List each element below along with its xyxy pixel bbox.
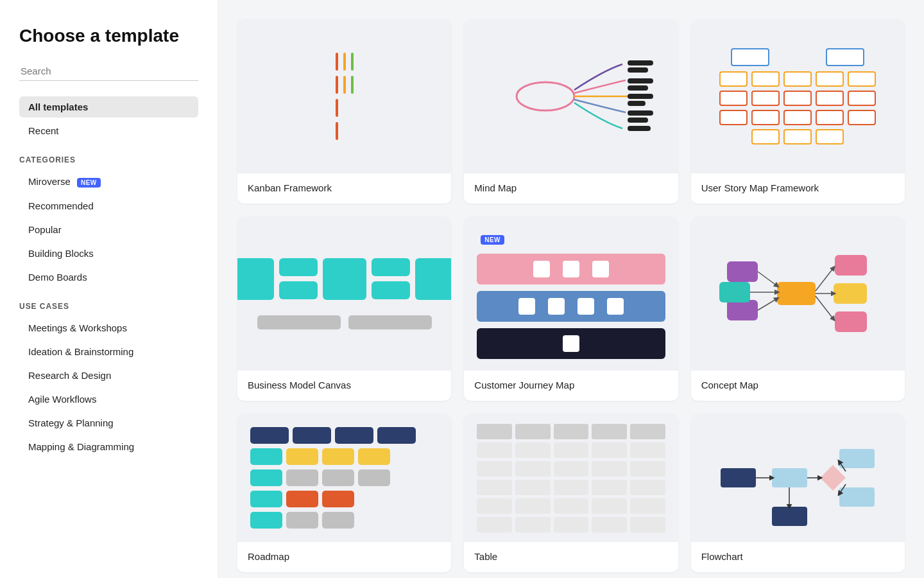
template-card-flowchart[interactable]: Flowchart	[691, 414, 905, 572]
nav-recent[interactable]: Recent	[19, 120, 198, 141]
svg-rect-15	[835, 311, 867, 332]
table-label: Table	[464, 542, 678, 572]
cjm-preview: NEW	[464, 216, 678, 371]
svg-rect-8	[628, 118, 648, 123]
kanban-label: Kanban Framework	[237, 173, 451, 204]
miroverse-label: Miroverse	[28, 176, 71, 187]
sidebar-item-ideation[interactable]: Ideation & Brainstorming	[19, 341, 198, 362]
svg-rect-23	[721, 468, 756, 487]
svg-rect-13	[719, 282, 750, 302]
svg-line-19	[816, 296, 834, 319]
cjm-new-badge: NEW	[481, 235, 504, 245]
concept-label: Concept Map	[691, 371, 905, 401]
svg-rect-6	[628, 101, 646, 106]
sidebar-item-strategy[interactable]: Strategy & Planning	[19, 412, 198, 434]
template-card-concept[interactable]: Concept Map	[691, 216, 905, 401]
sidebar: Choose a template All templates Recent C…	[0, 0, 218, 578]
template-card-cjm[interactable]: NEW	[464, 216, 678, 401]
template-card-roadmap[interactable]: Roadmap	[237, 414, 451, 572]
svg-rect-24	[772, 468, 807, 487]
mindmap-svg	[481, 32, 661, 161]
svg-rect-3	[628, 78, 653, 83]
categories-label: CATEGORIES	[19, 155, 198, 164]
kanban-cell	[351, 76, 354, 94]
sidebar-item-meetings[interactable]: Meetings & Workshops	[19, 317, 198, 338]
svg-rect-11	[727, 261, 758, 282]
sidebar-item-mapping[interactable]: Mapping & Diagramming	[19, 436, 198, 457]
svg-rect-10	[777, 282, 816, 305]
kanban-cell	[351, 53, 354, 71]
bmc-label: Business Model Canvas	[237, 371, 451, 401]
svg-line-22	[758, 299, 777, 310]
use-cases-label: USE CASES	[19, 302, 198, 311]
sidebar-item-recommended[interactable]: Recommended	[19, 195, 198, 216]
sidebar-item-popular[interactable]: Popular	[19, 219, 198, 240]
sidebar-item-building-blocks[interactable]: Building Blocks	[19, 243, 198, 264]
sidebar-item-research[interactable]: Research & Design	[19, 365, 198, 386]
template-card-mindmap[interactable]: Mind Map	[464, 19, 678, 204]
usm-preview	[691, 19, 905, 173]
nav-all-templates[interactable]: All templates	[19, 96, 198, 118]
table-preview	[464, 414, 678, 542]
sidebar-item-agile[interactable]: Agile Workflows	[19, 389, 198, 410]
svg-rect-4	[628, 85, 648, 91]
flowchart-svg	[708, 414, 887, 542]
template-card-usm[interactable]: User Story Map Framework	[691, 19, 905, 204]
bmc-preview	[237, 216, 451, 371]
svg-point-0	[517, 82, 574, 110]
svg-marker-27	[820, 465, 846, 491]
flowchart-preview	[691, 414, 905, 542]
svg-rect-16	[834, 283, 867, 304]
mindmap-label: Mind Map	[464, 173, 678, 204]
kanban-cell	[343, 76, 346, 94]
sidebar-item-demo-boards[interactable]: Demo Boards	[19, 267, 198, 288]
kanban-preview	[237, 19, 451, 173]
usm-label: User Story Map Framework	[691, 173, 905, 204]
miroverse-badge: NEW	[77, 178, 101, 188]
svg-rect-26	[839, 487, 875, 507]
concept-svg	[708, 229, 887, 358]
concept-preview	[691, 216, 905, 371]
template-card-kanban[interactable]: Kanban Framework	[237, 19, 451, 204]
svg-rect-25	[839, 449, 875, 468]
template-gallery: Kanban Framework	[218, 0, 924, 578]
flowchart-label: Flowchart	[691, 542, 905, 572]
svg-rect-7	[628, 110, 653, 116]
page-title: Choose a template	[19, 26, 198, 46]
svg-rect-2	[628, 67, 648, 73]
kanban-cell	[336, 122, 338, 140]
svg-line-17	[816, 268, 834, 291]
roadmap-label: Roadmap	[237, 542, 451, 572]
svg-line-20	[758, 272, 777, 286]
svg-rect-5	[628, 94, 653, 99]
mindmap-preview	[464, 19, 678, 173]
sidebar-item-miroverse[interactable]: Miroverse NEW	[19, 171, 198, 193]
cjm-label: Customer Journey Map	[464, 371, 678, 401]
kanban-cell	[336, 99, 338, 117]
kanban-cell	[336, 53, 338, 71]
svg-rect-1	[628, 60, 653, 66]
kanban-cell	[343, 53, 346, 71]
svg-rect-12	[727, 300, 758, 320]
template-card-table[interactable]: Table	[464, 414, 678, 572]
template-card-bmc[interactable]: Business Model Canvas	[237, 216, 451, 401]
search-input[interactable]	[19, 62, 198, 81]
svg-rect-14	[835, 255, 867, 276]
roadmap-preview	[237, 414, 451, 542]
kanban-cell	[336, 76, 338, 94]
svg-rect-9	[628, 126, 651, 131]
template-grid: Kanban Framework	[237, 19, 905, 572]
svg-rect-32	[772, 507, 807, 526]
